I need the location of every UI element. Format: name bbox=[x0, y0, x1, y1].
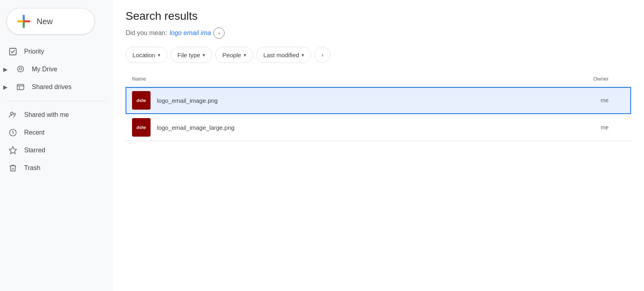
filter-file-type-label: File type bbox=[178, 52, 200, 58]
sidebar-item-label-shared-drives: Shared drives bbox=[32, 83, 72, 91]
priority-icon bbox=[8, 47, 18, 56]
sidebar-item-label-trash: Trash bbox=[24, 164, 40, 172]
filter-file-type-chevron-icon: ▾ bbox=[202, 52, 205, 58]
sidebar-item-recent[interactable]: Recent bbox=[0, 124, 106, 141]
col-header-name: Name bbox=[132, 76, 552, 82]
trash-icon bbox=[8, 163, 18, 173]
sidebar-item-priority[interactable]: Priority bbox=[0, 43, 106, 60]
did-you-mean-link[interactable]: logo email ima bbox=[169, 29, 211, 37]
did-you-mean-arrow-icon[interactable]: › bbox=[213, 27, 225, 39]
more-filters-button[interactable]: › bbox=[314, 47, 330, 63]
filter-people-chevron-icon: ▾ bbox=[244, 52, 246, 58]
svg-marker-12 bbox=[9, 147, 17, 154]
sidebar-item-starred[interactable]: Starred bbox=[0, 141, 106, 159]
my-drive-icon bbox=[16, 64, 25, 74]
filter-people-label: People bbox=[222, 52, 241, 58]
file-thumbnail: dshe bbox=[132, 91, 151, 110]
filter-last-modified-button[interactable]: Last modified ▾ bbox=[256, 47, 311, 63]
svg-point-9 bbox=[10, 112, 13, 114]
google-plus-icon bbox=[17, 14, 31, 29]
svg-rect-6 bbox=[17, 85, 24, 90]
filter-file-type-button[interactable]: File type ▾ bbox=[171, 47, 213, 63]
filter-location-chevron-icon: ▾ bbox=[158, 52, 161, 58]
shared-with-me-icon bbox=[8, 110, 18, 120]
col-header-owner: Owner bbox=[552, 76, 625, 82]
file-name: logo_email_image_large.png bbox=[157, 124, 552, 131]
table-header: Name Owner bbox=[126, 71, 631, 87]
recent-icon bbox=[8, 128, 18, 137]
filter-people-button[interactable]: People ▾ bbox=[215, 47, 253, 63]
sidebar-item-trash[interactable]: Trash bbox=[0, 159, 106, 177]
sidebar-item-shared-drives[interactable]: ▶ Shared drives bbox=[0, 78, 106, 96]
sidebar-item-label-recent: Recent bbox=[24, 129, 45, 136]
svg-rect-5 bbox=[19, 68, 22, 70]
shared-drives-expand-icon: ▶ bbox=[3, 84, 8, 90]
sidebar-item-label-starred: Starred bbox=[24, 147, 45, 154]
file-owner: me bbox=[552, 124, 625, 131]
my-drive-expand-icon: ▶ bbox=[3, 66, 8, 73]
filter-last-modified-label: Last modified bbox=[263, 52, 299, 58]
starred-icon bbox=[8, 146, 18, 155]
sidebar: New Priority ▶ My Drive ▶ bbox=[0, 0, 113, 291]
table-row[interactable]: dshe logo_email_image_large.png me bbox=[126, 114, 631, 141]
file-owner: me bbox=[552, 97, 625, 104]
file-name: logo_email_image.png bbox=[157, 97, 552, 104]
sidebar-item-label-priority: Priority bbox=[24, 48, 44, 55]
new-button-label: New bbox=[37, 17, 53, 26]
table-row[interactable]: dshe logo_email_image.png me bbox=[126, 87, 631, 114]
filter-location-button[interactable]: Location ▾ bbox=[126, 47, 167, 63]
more-filters-icon: › bbox=[322, 52, 324, 58]
sidebar-divider bbox=[6, 101, 106, 101]
main-content: Search results Did you mean: logo email … bbox=[113, 0, 644, 291]
did-you-mean-prefix: Did you mean: bbox=[126, 29, 167, 37]
did-you-mean: Did you mean: logo email ima › bbox=[126, 27, 631, 39]
sidebar-item-my-drive[interactable]: ▶ My Drive bbox=[0, 60, 106, 78]
new-button[interactable]: New bbox=[6, 8, 95, 35]
sidebar-item-shared-with-me[interactable]: Shared with me bbox=[0, 106, 106, 124]
shared-drives-icon bbox=[16, 82, 25, 92]
filter-last-modified-chevron-icon: ▾ bbox=[301, 52, 304, 58]
filter-location-label: Location bbox=[132, 52, 155, 58]
filter-bar: Location ▾ File type ▾ People ▾ Last mod… bbox=[126, 47, 631, 63]
sidebar-item-label-my-drive: My Drive bbox=[32, 66, 57, 73]
file-thumbnail: dshe bbox=[132, 118, 151, 137]
thumbnail-text: dshe bbox=[136, 125, 146, 130]
svg-point-10 bbox=[14, 113, 16, 115]
sidebar-item-label-shared-with-me: Shared with me bbox=[24, 111, 69, 118]
page-title: Search results bbox=[126, 10, 631, 23]
thumbnail-text: dshe bbox=[136, 98, 146, 103]
